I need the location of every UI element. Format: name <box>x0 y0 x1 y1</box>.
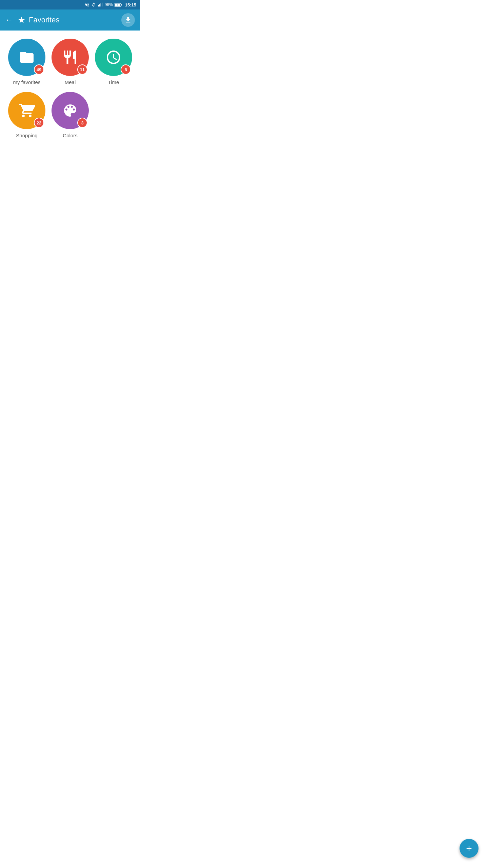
svg-rect-2 <box>100 3 101 6</box>
content-area: 49 my favorites 11 Meal <box>0 31 140 146</box>
shopping-circle-wrap: 22 <box>8 92 45 129</box>
colors-badge: 3 <box>77 118 87 128</box>
palette-icon <box>62 102 78 119</box>
my-favorites-label: my favorites <box>13 79 41 85</box>
time-label: Time <box>108 79 119 85</box>
category-my-favorites[interactable]: 49 my favorites <box>7 39 47 85</box>
shopping-badge: 22 <box>34 118 44 128</box>
battery-icon <box>115 3 122 7</box>
svg-rect-1 <box>99 4 100 6</box>
sync-icon <box>91 2 96 7</box>
back-button[interactable]: ← <box>5 16 13 24</box>
categories-row-1: 49 my favorites 11 Meal <box>7 39 134 85</box>
app-bar-title: Favorites <box>29 16 59 24</box>
status-bar: 96% 15:15 <box>0 0 140 9</box>
empty-slot <box>94 92 134 138</box>
svg-rect-6 <box>121 4 122 5</box>
category-meal[interactable]: 11 Meal <box>50 39 90 85</box>
my-favorites-circle-wrap: 49 <box>8 39 45 76</box>
my-favorites-badge: 49 <box>34 64 44 75</box>
meal-circle-wrap: 11 <box>52 39 89 76</box>
signal-icon <box>98 2 103 7</box>
category-colors[interactable]: 3 Colors <box>50 92 90 138</box>
time-circle-wrap: 6 <box>95 39 132 76</box>
colors-circle-wrap: 3 <box>52 92 89 129</box>
category-time[interactable]: 6 Time <box>94 39 134 85</box>
status-icons: 96% 15:15 <box>85 2 136 7</box>
download-button[interactable] <box>121 13 135 27</box>
cart-icon <box>19 102 35 119</box>
clock-icon <box>105 49 122 65</box>
app-bar-title-section: ★ Favorites <box>18 15 59 25</box>
meal-badge: 11 <box>77 64 87 75</box>
time-badge: 6 <box>121 64 131 75</box>
shopping-label: Shopping <box>16 133 37 138</box>
app-bar: ← ★ Favorites <box>0 9 140 31</box>
mute-icon <box>85 2 89 7</box>
battery-percentage: 96% <box>105 2 113 7</box>
svg-rect-3 <box>102 3 102 7</box>
time-display: 15:15 <box>125 2 136 7</box>
fork-spoon-icon <box>62 49 78 65</box>
favorites-star-icon: ★ <box>18 15 25 25</box>
colors-label: Colors <box>63 133 77 138</box>
svg-rect-0 <box>98 5 99 7</box>
categories-row-2: 22 Shopping 3 Colors <box>7 92 134 138</box>
star-folder-icon <box>19 49 35 65</box>
category-shopping[interactable]: 22 Shopping <box>7 92 47 138</box>
app-bar-left: ← ★ Favorites <box>5 15 59 25</box>
meal-label: Meal <box>65 79 76 85</box>
download-icon <box>124 16 132 24</box>
